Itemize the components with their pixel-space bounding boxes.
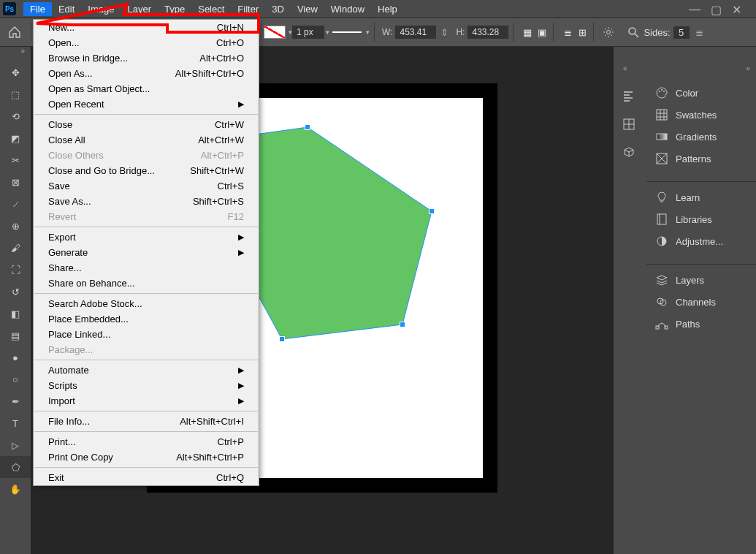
settings-gear-icon[interactable] <box>603 26 614 38</box>
file-menu-item[interactable]: Scripts▶ <box>34 378 259 393</box>
minimize-icon[interactable]: — <box>689 3 700 17</box>
search-icon[interactable] <box>627 26 639 38</box>
panel-label: Libraries <box>676 214 712 225</box>
svg-rect-8 <box>657 110 667 120</box>
options-flyout-icon[interactable]: ≣ <box>695 27 703 38</box>
file-menu-item[interactable]: Place Linked... <box>34 327 259 342</box>
polygon-tool-icon[interactable]: ⬠ <box>0 456 31 478</box>
menu-help[interactable]: Help <box>371 2 404 16</box>
frame-icon[interactable]: ⊠ <box>0 171 31 193</box>
gradients-panel[interactable]: Gradients <box>646 126 756 148</box>
toolbar-collapse-icon[interactable]: » <box>20 47 25 55</box>
swatches-panel[interactable]: Swatches <box>646 104 756 126</box>
move-icon[interactable]: ✥ <box>0 61 31 83</box>
marquee-icon[interactable]: ⬚ <box>0 83 31 105</box>
stroke-width-field[interactable] <box>292 26 324 39</box>
file-menu-item[interactable]: Close AllAlt+Ctrl+W <box>34 132 259 148</box>
menu-image[interactable]: Image <box>81 2 121 16</box>
menu-layer[interactable]: Layer <box>121 2 159 16</box>
object-select-icon[interactable]: ◩ <box>0 127 31 149</box>
spot-heal-icon[interactable]: ⊕ <box>0 215 31 237</box>
file-menu-item[interactable]: Automate▶ <box>34 363 259 378</box>
file-menu-item[interactable]: SaveCtrl+S <box>34 178 259 194</box>
libraries-panel[interactable]: Libraries <box>646 208 756 230</box>
shape-handle[interactable] <box>279 336 285 342</box>
svg-rect-9 <box>657 134 667 140</box>
crop-icon[interactable]: ✂ <box>0 149 31 171</box>
blur-icon[interactable]: ● <box>0 346 31 368</box>
stamp-icon[interactable]: ⛶ <box>0 259 31 281</box>
align-icons[interactable]: ≣⊞ <box>561 26 589 39</box>
file-menu-item[interactable]: File Info...Alt+Shift+Ctrl+I <box>34 414 259 429</box>
stroke-none-swatch[interactable] <box>264 26 286 39</box>
width-field[interactable] <box>395 26 436 39</box>
menu-file[interactable]: File <box>23 2 52 16</box>
shape-handle[interactable] <box>305 124 310 130</box>
link-wh-icon[interactable]: ⇕ <box>440 27 448 38</box>
file-menu-item[interactable]: Print One CopyAlt+Shift+Ctrl+P <box>34 449 259 465</box>
file-menu-item[interactable]: Close and Go to Bridge...Shift+Ctrl+W <box>34 163 259 178</box>
grid-panel-icon[interactable] <box>619 114 639 134</box>
path-operations[interactable]: ▦▣ <box>521 26 549 39</box>
adjustments-panel[interactable]: Adjustme... <box>646 230 756 252</box>
file-menu-item[interactable]: Print...Ctrl+P <box>34 434 259 449</box>
layers-panel[interactable]: Layers <box>646 269 756 291</box>
hand-icon[interactable]: ✋ <box>0 478 31 500</box>
menu-edit[interactable]: Edit <box>52 2 81 16</box>
channels-panel[interactable]: Channels <box>646 291 756 313</box>
paragraph-styles-icon[interactable] <box>619 86 639 107</box>
brush-icon[interactable]: 🖌 <box>0 237 31 259</box>
paths-panel[interactable]: Paths <box>646 313 756 335</box>
file-menu-item[interactable]: ExitCtrl+Q <box>34 470 259 485</box>
path-select-icon[interactable]: ▷ <box>0 434 31 456</box>
menu-filter[interactable]: Filter <box>231 2 265 16</box>
file-menu-item[interactable]: Open...Ctrl+O <box>34 35 259 50</box>
patterns-panel[interactable]: Patterns <box>646 148 756 170</box>
svg-point-5 <box>659 91 660 92</box>
file-menu-item[interactable]: Import▶ <box>34 393 259 409</box>
left-toolbar: » ✥⬚⟲◩✂⊠⟋⊕🖌⛶↺◧▤●○✒T▷⬠✋ <box>0 47 31 500</box>
stroke-style-preview[interactable] <box>332 31 362 33</box>
shape-handle[interactable] <box>429 208 435 214</box>
file-menu-item[interactable]: New...Ctrl+N <box>34 20 259 35</box>
iconcol-collapse-icon[interactable]: « <box>623 64 627 72</box>
file-menu-item[interactable]: Browse in Bridge...Alt+Ctrl+O <box>34 50 259 66</box>
history-brush-icon[interactable]: ↺ <box>0 281 31 303</box>
file-menu-item[interactable]: CloseCtrl+W <box>34 117 259 132</box>
menu-view[interactable]: View <box>291 2 324 16</box>
type-icon[interactable]: T <box>0 412 31 434</box>
height-field[interactable] <box>467 26 508 39</box>
file-menu-item[interactable]: Save As...Shift+Ctrl+S <box>34 194 259 209</box>
file-menu-item[interactable]: Open Recent▶ <box>34 96 259 112</box>
learn-panel[interactable]: Learn <box>646 186 756 208</box>
file-menu-item[interactable]: Export▶ <box>34 229 259 245</box>
file-menu-item[interactable]: Open as Smart Object... <box>34 81 259 96</box>
file-menu-item[interactable]: Generate▶ <box>34 245 259 260</box>
file-menu-item[interactable]: Share on Behance... <box>34 276 259 291</box>
width-label: W: <box>382 27 392 37</box>
shape-handle[interactable] <box>400 322 405 327</box>
home-icon[interactable] <box>4 22 25 42</box>
maximize-icon[interactable]: ▢ <box>711 3 722 17</box>
file-menu-item[interactable]: Place Embedded... <box>34 311 259 327</box>
file-menu-item[interactable]: Open As...Alt+Shift+Ctrl+O <box>34 66 259 81</box>
lasso-icon[interactable]: ⟲ <box>0 105 31 127</box>
three-d-icon[interactable] <box>619 142 639 162</box>
menu-type[interactable]: Type <box>158 2 191 16</box>
eraser-icon[interactable]: ◧ <box>0 303 31 325</box>
color-panel[interactable]: Color <box>646 82 756 104</box>
eyedropper-icon[interactable]: ⟋ <box>0 193 31 215</box>
menu-3d[interactable]: 3D <box>265 2 291 16</box>
rightpanel-collapse-icon[interactable]: » <box>746 64 750 72</box>
menu-window[interactable]: Window <box>324 2 371 16</box>
menu-select[interactable]: Select <box>191 2 231 16</box>
swatches-icon <box>655 108 668 121</box>
file-menu-item[interactable]: Share... <box>34 260 259 276</box>
pen-icon[interactable]: ✒ <box>0 390 31 412</box>
gradient-icon[interactable]: ▤ <box>0 325 31 346</box>
dodge-icon[interactable]: ○ <box>0 368 31 390</box>
svg-point-7 <box>663 91 665 92</box>
sides-field[interactable]: 5 <box>673 26 690 39</box>
file-menu-item[interactable]: Search Adobe Stock... <box>34 296 259 311</box>
close-icon[interactable]: ✕ <box>732 3 741 17</box>
